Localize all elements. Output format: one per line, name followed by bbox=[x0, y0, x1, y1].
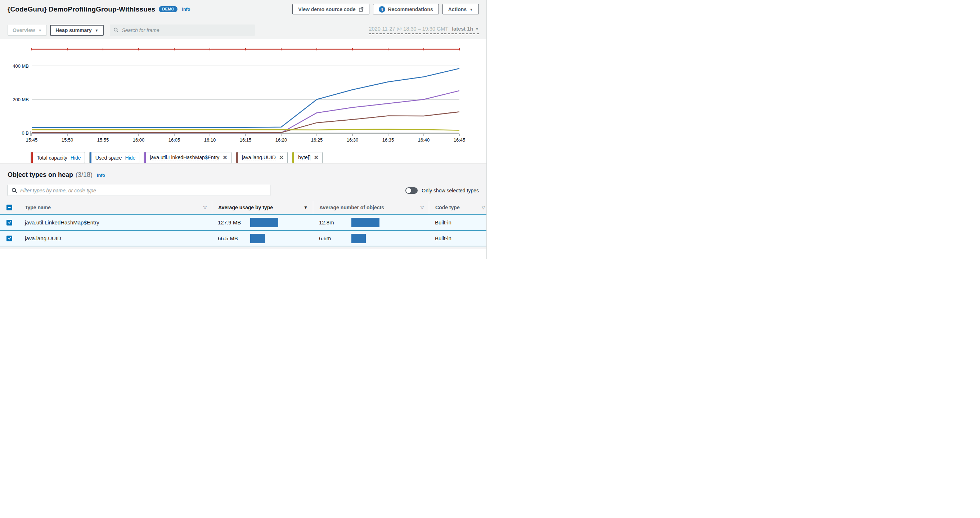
only-selected-toggle-label: Only show selected types bbox=[422, 188, 479, 193]
average-usage-bar bbox=[250, 218, 278, 227]
sort-none-icon[interactable]: ▽ bbox=[482, 205, 485, 210]
legend-item-label: Total capacity bbox=[37, 155, 67, 161]
x-axis-tick-label: 16:40 bbox=[418, 137, 430, 143]
legend-chip: Used spaceHide bbox=[89, 152, 140, 163]
average-usage-cell: 66.5 MB bbox=[212, 234, 313, 243]
x-axis-tick-label: 16:05 bbox=[169, 137, 180, 143]
select-all-checkbox[interactable] bbox=[6, 205, 12, 210]
x-axis-tick-label: 16:15 bbox=[240, 137, 252, 143]
row-checkbox[interactable] bbox=[6, 220, 12, 225]
heap-summary-label: Heap summary bbox=[56, 27, 91, 33]
x-axis-tick-label: 16:20 bbox=[275, 137, 287, 143]
x-axis-tick-label: 15:55 bbox=[97, 137, 109, 143]
average-usage-bar bbox=[250, 234, 265, 243]
range-preset-dropdown[interactable]: latest 1h ▼ bbox=[452, 26, 479, 32]
type-filter-input[interactable] bbox=[20, 188, 266, 193]
overview-dropdown[interactable]: Overview ▼ bbox=[8, 25, 47, 36]
x-axis-tick-label: 16:00 bbox=[133, 137, 145, 143]
object-types-section: Object types on heap (3/18) Info Only sh… bbox=[0, 163, 490, 249]
chart-legend: Total capacityHideUsed spaceHidejava.uti… bbox=[30, 152, 490, 163]
type-filter-box bbox=[8, 185, 270, 196]
chevron-down-icon: ▼ bbox=[38, 29, 42, 32]
legend-hide-link[interactable]: Hide bbox=[125, 155, 136, 161]
view-demo-source-code-label: View demo source code bbox=[298, 6, 355, 12]
close-icon[interactable]: ✕ bbox=[223, 155, 227, 161]
code-type-cell: Built-in bbox=[429, 219, 490, 225]
only-selected-toggle[interactable] bbox=[406, 187, 418, 194]
codeguru-heap-summary-page: {CodeGuru} DemoProfilingGroup-WithIssues… bbox=[0, 0, 490, 259]
column-header-label: Type name bbox=[25, 205, 51, 210]
column-header-code-type[interactable]: Code type▽ bbox=[429, 201, 490, 214]
frame-search-input[interactable] bbox=[122, 27, 251, 33]
legend-item-label: byte[] bbox=[298, 155, 310, 161]
external-link-icon bbox=[359, 7, 364, 12]
average-usage-value: 127.9 MB bbox=[218, 219, 244, 225]
close-icon[interactable]: ✕ bbox=[279, 155, 284, 161]
column-header-average-number-of-objects[interactable]: Average number of objects▽ bbox=[313, 201, 429, 214]
heap-usage-chart: 0 B200 MB400 MB15:4515:5015:5516:0016:05… bbox=[0, 39, 490, 144]
page-title: {CodeGuru} DemoProfilingGroup-WithIssues bbox=[8, 5, 155, 13]
average-objects-value: 6.6m bbox=[319, 235, 345, 241]
chevron-down-icon: ▼ bbox=[95, 29, 99, 32]
code-type-cell: Built-in bbox=[429, 235, 490, 241]
overview-label: Overview bbox=[13, 27, 35, 33]
table-body: java.util.LinkedHashMap$Entry127.9 MB12.… bbox=[0, 214, 490, 246]
table-header-row: Type name▽Average usage by type▼Average … bbox=[0, 201, 490, 214]
table-row: java.lang.UUID66.5 MB6.6mBuilt-in bbox=[0, 230, 490, 246]
legend-item-label: java.util.LinkedHashMap$Entry bbox=[150, 155, 219, 161]
legend-hide-link[interactable]: Hide bbox=[70, 155, 81, 161]
scrollbar[interactable] bbox=[487, 0, 490, 259]
header-info-link[interactable]: Info bbox=[182, 7, 190, 12]
type-name-cell: java.util.LinkedHashMap$Entry bbox=[19, 219, 212, 225]
legend-chip: Total capacityHide bbox=[30, 152, 85, 163]
search-icon bbox=[113, 27, 119, 33]
sort-desc-icon[interactable]: ▼ bbox=[304, 205, 308, 210]
average-usage-cell: 127.9 MB bbox=[212, 218, 313, 227]
series-line-java.util.LinkedHashMap$Entry bbox=[32, 91, 460, 133]
column-header-average-usage-by-type[interactable]: Average usage by type▼ bbox=[212, 201, 313, 214]
column-header-label: Average usage by type bbox=[218, 205, 273, 210]
selected-count: (3/18) bbox=[76, 171, 92, 179]
heap-chart-panel: 0 B200 MB400 MB15:4515:5015:5516:0016:05… bbox=[0, 39, 490, 163]
average-objects-cell: 12.8m bbox=[313, 218, 429, 227]
heap-summary-dropdown[interactable]: Heap summary ▼ bbox=[50, 25, 104, 36]
x-axis-tick-label: 16:25 bbox=[311, 137, 323, 143]
legend-item-label: java.lang.UUID bbox=[242, 155, 276, 161]
section-info-link[interactable]: Info bbox=[97, 173, 105, 178]
search-icon bbox=[11, 188, 17, 193]
legend-chip: java.lang.UUID✕ bbox=[236, 152, 288, 163]
close-icon[interactable]: ✕ bbox=[314, 155, 319, 161]
x-axis-tick-label: 15:45 bbox=[26, 137, 38, 143]
legend-chip: java.util.LinkedHashMap$Entry✕ bbox=[144, 152, 231, 163]
chevron-down-icon: ▼ bbox=[469, 8, 473, 11]
page-header: {CodeGuru} DemoProfilingGroup-WithIssues… bbox=[0, 0, 490, 39]
column-header-type-name[interactable]: Type name▽ bbox=[19, 201, 212, 214]
y-axis-tick-label: 400 MB bbox=[13, 64, 29, 69]
chevron-down-icon: ▼ bbox=[475, 27, 479, 31]
x-axis-tick-label: 16:45 bbox=[453, 137, 466, 143]
toggle-knob bbox=[406, 188, 411, 193]
range-preset-label: latest 1h bbox=[452, 26, 473, 32]
series-line-byte[] bbox=[32, 129, 460, 131]
date-range-text: 2020-11-27 @ 18:30 – 19:30 GMT bbox=[369, 26, 448, 32]
demo-badge: DEMO bbox=[159, 6, 178, 12]
y-axis-tick-label: 0 B bbox=[22, 131, 29, 136]
x-axis-tick-label: 15:50 bbox=[62, 137, 73, 143]
view-demo-source-code-button[interactable]: View demo source code bbox=[292, 4, 369, 14]
average-usage-value: 66.5 MB bbox=[218, 235, 244, 241]
y-axis-tick-label: 200 MB bbox=[13, 97, 29, 102]
time-range-control[interactable]: 2020-11-27 @ 18:30 – 19:30 GMT latest 1h… bbox=[369, 26, 479, 34]
section-title: Object types on heap bbox=[8, 171, 73, 179]
recommendations-label: Recommendations bbox=[388, 6, 433, 12]
average-objects-value: 12.8m bbox=[319, 219, 345, 225]
average-objects-cell: 6.6m bbox=[313, 234, 429, 243]
row-checkbox[interactable] bbox=[6, 236, 12, 241]
average-objects-bar bbox=[352, 234, 366, 243]
x-axis-tick-label: 16:10 bbox=[204, 137, 216, 143]
sort-none-icon[interactable]: ▽ bbox=[420, 205, 424, 210]
recommendations-button[interactable]: 4 Recommendations bbox=[373, 4, 439, 14]
series-line-Used space bbox=[32, 69, 460, 128]
x-axis-tick-label: 16:30 bbox=[347, 137, 359, 143]
sort-none-icon[interactable]: ▽ bbox=[204, 205, 207, 210]
actions-button[interactable]: Actions ▼ bbox=[442, 4, 479, 14]
